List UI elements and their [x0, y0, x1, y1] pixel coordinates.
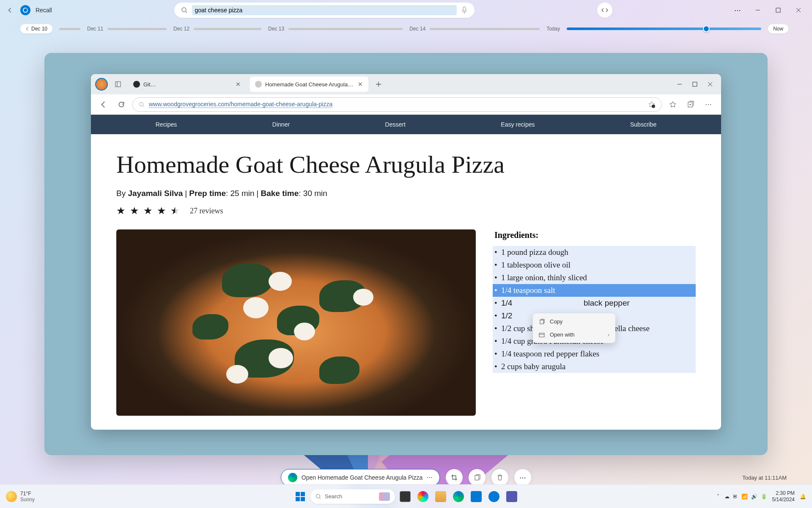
maximize-button[interactable]: [770, 3, 787, 17]
browser-maximize[interactable]: [688, 77, 702, 91]
more-icon[interactable]: ⋯: [427, 474, 433, 481]
svg-point-7: [652, 105, 655, 108]
collections-icon[interactable]: [684, 98, 697, 111]
context-copy[interactable]: Copy: [533, 315, 615, 328]
browser-more[interactable]: ⋯: [702, 98, 715, 111]
onedrive-icon[interactable]: ☁: [724, 494, 730, 500]
github-icon: [133, 81, 140, 88]
timeline-date: Dec 14: [409, 26, 425, 32]
profile-avatar[interactable]: [95, 78, 108, 91]
minimize-button[interactable]: [749, 3, 766, 17]
timeline-segment[interactable]: [107, 28, 167, 30]
timeline-today-segment[interactable]: [567, 28, 761, 30]
timeline-segment[interactable]: [288, 28, 403, 30]
svg-rect-3: [776, 8, 780, 12]
clock[interactable]: 2:30 PM 5/14/2024: [772, 490, 795, 502]
browser-tab-recipe[interactable]: Homemade Goat Cheese Arugula Pizz ✕: [250, 77, 368, 92]
new-tab-button[interactable]: [372, 77, 385, 91]
svg-rect-10: [539, 333, 544, 337]
wifi-icon[interactable]: 📶: [741, 494, 748, 500]
mic-icon[interactable]: [461, 6, 468, 14]
nav-recipes[interactable]: Recipes: [156, 121, 177, 128]
recipe-image: [116, 229, 476, 416]
crop-button[interactable]: [446, 469, 463, 486]
back-button[interactable]: [5, 5, 15, 15]
timeline[interactable]: Dec 10 Dec 11 Dec 12 Dec 13 Dec 14 Today…: [0, 20, 812, 37]
snapshot-frame: GitHub ✕ Homemade Goat Cheese Arugula Pi…: [44, 53, 768, 455]
nav-dinner[interactable]: Dinner: [272, 121, 290, 128]
delete-button[interactable]: [491, 469, 508, 486]
nav-easy[interactable]: Easy recipes: [501, 121, 535, 128]
taskbar-search[interactable]: Search: [310, 489, 395, 504]
star-icon: ★: [143, 205, 153, 217]
volume-icon[interactable]: 🔊: [751, 494, 757, 500]
svg-rect-5: [693, 82, 697, 86]
system-tray: ˄ ☁ ⛨ 📶 🔊 🔋 2:30 PM 5/14/2024 🔔: [717, 490, 806, 502]
start-button[interactable]: [293, 489, 308, 504]
svg-rect-4: [115, 82, 121, 87]
copy-image-button[interactable]: [469, 469, 486, 486]
now-button[interactable]: Now: [768, 24, 788, 33]
favorites-icon[interactable]: [666, 98, 680, 111]
timeline-segment[interactable]: [59, 28, 80, 30]
taskbar-explorer[interactable]: [433, 489, 448, 504]
taskbar-copilot[interactable]: [415, 489, 431, 504]
taskbar-store[interactable]: [469, 489, 484, 504]
page-favicon: [255, 81, 262, 88]
ingredient-item: 1/4 teaspoon red pepper flakes: [493, 348, 696, 360]
browser-tab-github[interactable]: GitHub ✕: [128, 77, 247, 92]
security-icon[interactable]: ⛨: [733, 494, 738, 500]
more-actions-button[interactable]: ⋯: [514, 469, 531, 486]
taskbar-task-view[interactable]: [398, 489, 413, 504]
timeline-segment[interactable]: [194, 28, 261, 30]
rating-row: ★ ★ ★ ★ ★★ 27 reviews: [116, 205, 696, 217]
ingredient-item: 1 tablespoon olive oil: [493, 259, 696, 271]
star-rating: ★ ★ ★ ★ ★★: [116, 205, 180, 217]
timeline-today-label: Today: [546, 26, 560, 32]
search-highlight-icon: [379, 492, 390, 501]
timeline-date: Dec 11: [87, 26, 103, 32]
open-snapshot-button[interactable]: Open Homemade Goat Cheese Arugula Pizza …: [281, 469, 440, 486]
timeline-handle[interactable]: [703, 25, 710, 32]
taskbar-edge[interactable]: [451, 489, 466, 504]
copy-icon: [539, 319, 545, 325]
nav-dessert[interactable]: Dessert: [385, 121, 406, 128]
ingredient-item: 1/4black pepper: [493, 297, 696, 309]
tab-actions-icon[interactable]: [111, 77, 125, 91]
browser-window: GitHub ✕ Homemade Goat Cheese Arugula Pi…: [91, 74, 721, 430]
star-badge-icon[interactable]: [648, 101, 656, 108]
svg-rect-9: [540, 320, 543, 324]
nav-subscribe[interactable]: Subscribe: [630, 121, 656, 128]
tab-close-icon[interactable]: ✕: [235, 81, 241, 88]
url-text: www.woodgrovegroceries.com/homemade-goat…: [149, 101, 332, 108]
page-content: Homemade Goat Cheese Arugula Pizza By Ja…: [91, 134, 721, 430]
more-button[interactable]: ⋯: [729, 3, 746, 17]
recipe-meta: By Jayamali Silva | Prep time: 25 min | …: [116, 189, 696, 198]
search-input[interactable]: [192, 5, 457, 15]
notifications-icon[interactable]: 🔔: [800, 494, 806, 500]
taskbar-teams[interactable]: [504, 489, 519, 504]
svg-rect-11: [475, 475, 479, 480]
close-button[interactable]: [790, 3, 807, 17]
browser-back[interactable]: [97, 98, 110, 111]
site-nav: Recipes Dinner Dessert Easy recipes Subs…: [91, 115, 721, 134]
tray-chevron-icon[interactable]: ˄: [717, 494, 719, 500]
browser-refresh[interactable]: [115, 98, 128, 111]
timeline-date: Dec 12: [173, 26, 189, 32]
browser-minimize[interactable]: [673, 77, 686, 91]
taskbar-recall[interactable]: [486, 489, 502, 504]
star-half-icon: ★★: [170, 205, 180, 217]
browser-close[interactable]: [703, 77, 717, 91]
search-box[interactable]: [174, 3, 475, 18]
star-icon: ★: [130, 205, 139, 217]
timeline-back-date[interactable]: Dec 10: [20, 24, 52, 33]
code-button[interactable]: [597, 3, 612, 18]
edge-icon: [288, 473, 297, 482]
timeline-segment[interactable]: [430, 28, 540, 30]
weather-widget[interactable]: 71°F Sunny: [6, 491, 35, 502]
ingredient-item-selected[interactable]: 1/4 teaspoon salt: [493, 284, 696, 297]
tab-close-icon[interactable]: ✕: [357, 81, 363, 88]
battery-icon[interactable]: 🔋: [761, 494, 767, 500]
context-open-with[interactable]: Open with ›: [533, 328, 615, 341]
address-bar[interactable]: www.woodgrovegroceries.com/homemade-goat…: [132, 97, 662, 112]
